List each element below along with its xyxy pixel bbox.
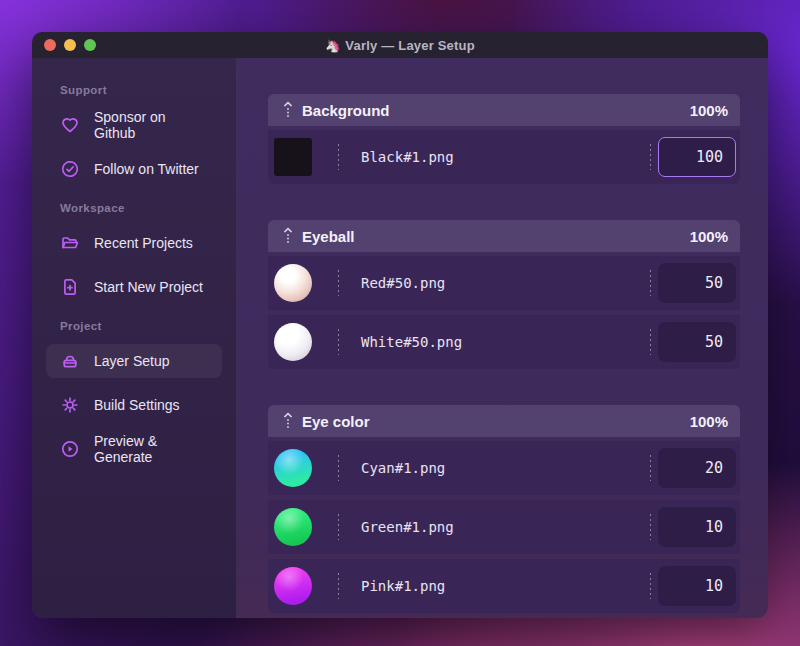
sidebar-item-label: Sponsor on Github [94, 109, 208, 141]
drag-handle-icon[interactable] [283, 412, 293, 430]
sidebar-item-layer-setup[interactable]: Layer Setup [46, 344, 222, 378]
layer-weight-input[interactable] [658, 507, 736, 547]
layer-group-background: Background 100% Black#1.png [268, 94, 740, 184]
group-title: Background [302, 102, 390, 119]
heart-icon [60, 115, 80, 135]
group-header: Eyeball 100% [268, 220, 740, 252]
divider [650, 329, 651, 355]
folder-open-icon [60, 233, 80, 253]
layer-thumbnail [274, 264, 312, 302]
sidebar-item-label: Layer Setup [94, 353, 170, 369]
group-percent: 100% [690, 413, 728, 430]
unicorn-app-icon: 🦄 [325, 39, 340, 53]
layer-thumbnail [274, 138, 312, 176]
layer-thumbnail [274, 508, 312, 546]
sidebar-item-sponsor-on-github[interactable]: Sponsor on Github [46, 108, 222, 142]
drag-handle-icon[interactable] [283, 101, 293, 119]
layer-filename: Red#50.png [361, 275, 445, 291]
badge-check-icon [60, 159, 80, 179]
divider [338, 573, 339, 599]
sidebar-item-label: Preview & Generate [94, 433, 208, 465]
sidebar-item-label: Follow on Twitter [94, 161, 199, 177]
divider [650, 270, 651, 296]
divider [650, 144, 651, 170]
sidebar: Support Sponsor on Github [32, 58, 237, 618]
sidebar-item-label: Build Settings [94, 397, 180, 413]
sidebar-section-support: Support [46, 84, 222, 96]
drag-handle-icon[interactable] [283, 227, 293, 245]
layers-icon [60, 351, 80, 371]
layer-weight-input[interactable] [658, 137, 736, 177]
sidebar-section-workspace: Workspace [46, 202, 222, 214]
divider [650, 514, 651, 540]
layer-filename: Black#1.png [361, 149, 454, 165]
layer-row: Green#1.png [268, 500, 740, 554]
layer-thumbnail [274, 323, 312, 361]
layer-setup-panel: Background 100% Black#1.png [237, 58, 768, 618]
group-header: Eye color 100% [268, 405, 740, 437]
divider [338, 455, 339, 481]
sidebar-section-project: Project [46, 320, 222, 332]
divider [338, 270, 339, 296]
divider [338, 329, 339, 355]
divider [338, 514, 339, 540]
layer-weight-input[interactable] [658, 448, 736, 488]
divider [650, 573, 651, 599]
sidebar-item-preview-generate[interactable]: Preview & Generate [46, 432, 222, 466]
layer-row: Black#1.png [268, 130, 740, 184]
divider [650, 455, 651, 481]
sidebar-item-follow-on-twitter[interactable]: Follow on Twitter [46, 152, 222, 186]
titlebar[interactable]: 🦄Varly — Layer Setup [32, 32, 768, 58]
sidebar-item-build-settings[interactable]: Build Settings [46, 388, 222, 422]
group-header: Background 100% [268, 94, 740, 126]
file-plus-icon [60, 277, 80, 297]
sidebar-item-start-new-project[interactable]: Start New Project [46, 270, 222, 304]
layer-group-eyeball: Eyeball 100% Red#50.png White#50.png [268, 220, 740, 369]
layer-filename: Pink#1.png [361, 578, 445, 594]
layer-row: Cyan#1.png [268, 441, 740, 495]
sidebar-item-recent-projects[interactable]: Recent Projects [46, 226, 222, 260]
group-percent: 100% [690, 228, 728, 245]
layer-row: Pink#1.png [268, 559, 740, 613]
group-percent: 100% [690, 102, 728, 119]
desktop-background: 🦄Varly — Layer Setup Support Sponsor on … [0, 0, 800, 646]
sidebar-item-label: Start New Project [94, 279, 203, 295]
play-circle-icon [60, 439, 80, 459]
layer-thumbnail [274, 449, 312, 487]
layer-weight-input[interactable] [658, 263, 736, 303]
sidebar-item-label: Recent Projects [94, 235, 193, 251]
group-title: Eye color [302, 413, 370, 430]
app-window: 🦄Varly — Layer Setup Support Sponsor on … [32, 32, 768, 618]
window-title: 🦄Varly — Layer Setup [32, 38, 768, 53]
layer-filename: White#50.png [361, 334, 462, 350]
layer-group-eye-color: Eye color 100% Cyan#1.png Green#1.png [268, 405, 740, 613]
divider [338, 144, 339, 170]
layer-weight-input[interactable] [658, 566, 736, 606]
layer-row: Red#50.png [268, 256, 740, 310]
layer-filename: Green#1.png [361, 519, 454, 535]
group-title: Eyeball [302, 228, 355, 245]
layer-weight-input[interactable] [658, 322, 736, 362]
layer-filename: Cyan#1.png [361, 460, 445, 476]
layer-thumbnail [274, 567, 312, 605]
gear-icon [60, 395, 80, 415]
layer-row: White#50.png [268, 315, 740, 369]
